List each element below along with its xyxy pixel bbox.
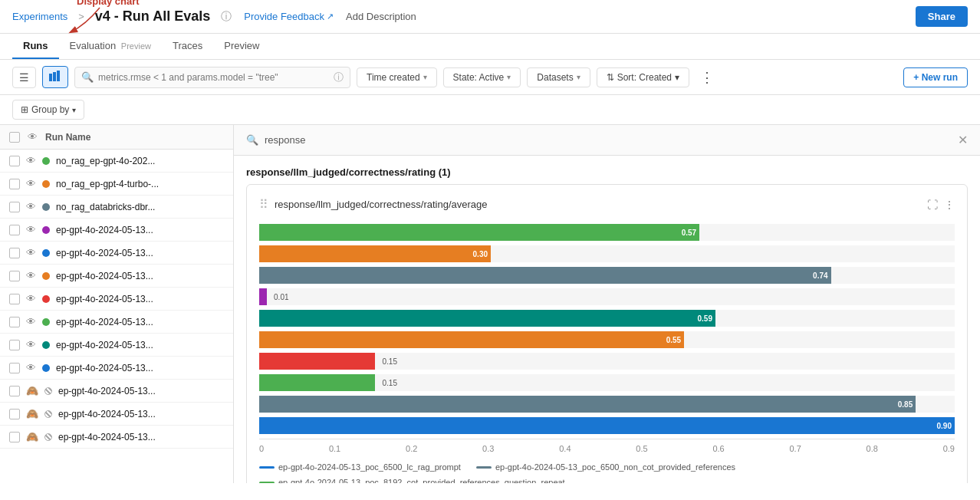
row-checkbox[interactable] bbox=[9, 432, 20, 442]
bar[interactable]: 0.55 bbox=[259, 331, 684, 348]
visibility-toggle-icon[interactable]: 👁 bbox=[26, 270, 36, 281]
state-active-filter[interactable]: State: Active ▾ bbox=[443, 67, 521, 87]
run-color-dot bbox=[42, 157, 50, 165]
search-input[interactable] bbox=[98, 72, 329, 83]
bar[interactable] bbox=[259, 288, 267, 305]
table-row[interactable]: 👁no_rag_ep-gpt-4o-202... bbox=[0, 150, 233, 173]
table-row[interactable]: 👁ep-gpt-4o-2024-05-13... bbox=[0, 357, 233, 380]
bar[interactable]: 0.30 bbox=[259, 245, 491, 262]
row-checkbox[interactable] bbox=[9, 363, 20, 373]
table-row[interactable]: 🙈ep-gpt-4o-2024-05-13... bbox=[0, 380, 233, 403]
list-view-button[interactable]: ☰ bbox=[12, 67, 36, 88]
tab-evaluation[interactable]: Evaluation Preview bbox=[59, 34, 162, 59]
visibility-toggle-icon[interactable]: 👁 bbox=[26, 362, 36, 373]
visibility-toggle-icon[interactable]: 👁 bbox=[26, 316, 36, 327]
row-checkbox[interactable] bbox=[9, 386, 20, 396]
sort-button[interactable]: ⇅ Sort: Created ▾ bbox=[597, 67, 689, 87]
tab-runs[interactable]: Runs bbox=[12, 34, 59, 59]
table-row[interactable]: 🙈ep-gpt-4o-2024-05-13... bbox=[0, 426, 233, 449]
bar-value-label: 0.90 bbox=[937, 422, 952, 430]
run-color-dot bbox=[42, 272, 50, 280]
info-icon[interactable]: ⓘ bbox=[221, 10, 232, 24]
table-row[interactable]: 👁no_rag_databricks-dbr... bbox=[0, 196, 233, 219]
visibility-toggle-icon[interactable]: 🙈 bbox=[26, 385, 38, 396]
table-row[interactable]: 👁ep-gpt-4o-2024-05-13... bbox=[0, 334, 233, 357]
legend-item: ep-gpt-4o-2024-05-13_poc_6500_lc_rag_pro… bbox=[259, 462, 461, 472]
visibility-toggle-icon[interactable]: 🙈 bbox=[26, 431, 38, 442]
group-by-button[interactable]: ⊞ Group by ▾ bbox=[12, 100, 84, 120]
run-color-dot bbox=[42, 203, 50, 211]
run-color-dot bbox=[42, 341, 50, 349]
select-all-checkbox[interactable] bbox=[9, 132, 20, 143]
row-checkbox[interactable] bbox=[9, 317, 20, 327]
legend-label: ep-gpt-4o-2024-05-13_poc_6500_non_cot_pr… bbox=[495, 462, 735, 472]
row-checkbox[interactable] bbox=[9, 294, 20, 304]
table-row[interactable]: 👁no_rag_ep-gpt-4-turbo-... bbox=[0, 173, 233, 196]
more-chart-options-button[interactable]: ⋮ bbox=[944, 199, 955, 211]
info-icon-search[interactable]: ⓘ bbox=[334, 71, 344, 84]
drag-handle-icon[interactable]: ⠿ bbox=[259, 197, 268, 212]
chart-search-input[interactable] bbox=[265, 134, 952, 146]
bar[interactable]: 0.74 bbox=[259, 267, 831, 284]
visibility-toggle-icon[interactable]: 👁 bbox=[26, 201, 36, 212]
row-checkbox[interactable] bbox=[9, 409, 20, 419]
fullscreen-button[interactable]: ⛶ bbox=[927, 199, 938, 211]
datasets-filter[interactable]: Datasets ▾ bbox=[527, 67, 590, 87]
add-description-button[interactable]: Add Description bbox=[346, 11, 416, 22]
run-name-label: ep-gpt-4o-2024-05-13... bbox=[58, 432, 224, 442]
bar[interactable]: 0.85 bbox=[259, 396, 916, 413]
new-run-button[interactable]: + New run bbox=[903, 67, 968, 87]
visibility-toggle-icon[interactable]: 🙈 bbox=[26, 408, 38, 419]
bar-row: 0.59 bbox=[259, 310, 955, 327]
bar[interactable] bbox=[259, 353, 375, 370]
visibility-toggle-icon[interactable]: 👁 bbox=[26, 155, 36, 166]
chevron-down-icon: ▾ bbox=[72, 106, 76, 114]
share-button[interactable]: Share bbox=[916, 6, 968, 27]
bar-chart: 0.570.300.740.010.590.550.150.150.850.90 bbox=[259, 224, 955, 434]
bar[interactable]: 0.57 bbox=[259, 224, 699, 241]
chevron-down-icon: ▾ bbox=[507, 73, 511, 81]
table-row[interactable]: 👁ep-gpt-4o-2024-05-13... bbox=[0, 242, 233, 265]
second-toolbar: ⊞ Group by ▾ bbox=[0, 95, 980, 125]
feedback-link[interactable]: Provide Feedback ↗ bbox=[244, 11, 334, 22]
clear-search-button[interactable]: ✕ bbox=[958, 133, 968, 147]
row-checkbox[interactable] bbox=[9, 179, 20, 189]
x-axis-label: 0.9 bbox=[943, 444, 955, 453]
row-checkbox[interactable] bbox=[9, 225, 20, 235]
row-checkbox[interactable] bbox=[9, 340, 20, 350]
tab-traces[interactable]: Traces bbox=[162, 34, 213, 59]
tab-traces-preview[interactable]: Preview bbox=[213, 34, 270, 59]
table-row[interactable]: 👁ep-gpt-4o-2024-05-13... bbox=[0, 311, 233, 334]
tabs-bar: Runs Evaluation Preview Traces Preview D… bbox=[0, 34, 980, 60]
bar-value-label: 0.74 bbox=[813, 271, 827, 280]
row-checkbox[interactable] bbox=[9, 271, 20, 281]
row-checkbox[interactable] bbox=[9, 248, 20, 258]
row-checkbox[interactable] bbox=[9, 202, 20, 212]
legend-color-line bbox=[259, 482, 275, 484]
visibility-toggle-icon[interactable]: 👁 bbox=[26, 339, 36, 350]
table-row[interactable]: 👁ep-gpt-4o-2024-05-13... bbox=[0, 219, 233, 242]
table-row[interactable]: 👁ep-gpt-4o-2024-05-13... bbox=[0, 265, 233, 288]
breadcrumb-experiments[interactable]: Experiments bbox=[12, 11, 67, 22]
run-color-dot bbox=[44, 410, 52, 418]
visibility-toggle-icon[interactable]: 👁 bbox=[26, 224, 36, 235]
bar-row: 0.55 bbox=[259, 331, 955, 348]
chart-view-button[interactable] bbox=[42, 66, 68, 88]
row-checkbox[interactable] bbox=[9, 156, 20, 166]
run-name-label: ep-gpt-4o-2024-05-13... bbox=[58, 409, 224, 419]
run-name-column-header: Run Name bbox=[45, 132, 224, 143]
table-row[interactable]: 🙈ep-gpt-4o-2024-05-13... bbox=[0, 403, 233, 426]
time-created-filter[interactable]: Time created ▾ bbox=[357, 67, 437, 87]
table-row[interactable]: 👁ep-gpt-4o-2024-05-13... bbox=[0, 288, 233, 311]
visibility-toggle-icon[interactable]: 👁 bbox=[26, 293, 36, 304]
top-bar: Experiments > v4 - Run All Evals ⓘ Provi… bbox=[0, 0, 980, 34]
bar-row: 0.01 bbox=[259, 288, 955, 305]
bar[interactable]: 0.59 bbox=[259, 310, 715, 327]
bar[interactable]: 0.90 bbox=[259, 417, 955, 434]
bar[interactable] bbox=[259, 374, 375, 391]
chevron-down-icon: ▾ bbox=[577, 73, 580, 81]
more-options-button[interactable]: ⋮ bbox=[696, 69, 719, 86]
visibility-toggle-icon[interactable]: 👁 bbox=[26, 178, 36, 189]
visibility-toggle-icon[interactable]: 👁 bbox=[26, 247, 36, 258]
run-name-label: ep-gpt-4o-2024-05-13... bbox=[56, 363, 224, 373]
